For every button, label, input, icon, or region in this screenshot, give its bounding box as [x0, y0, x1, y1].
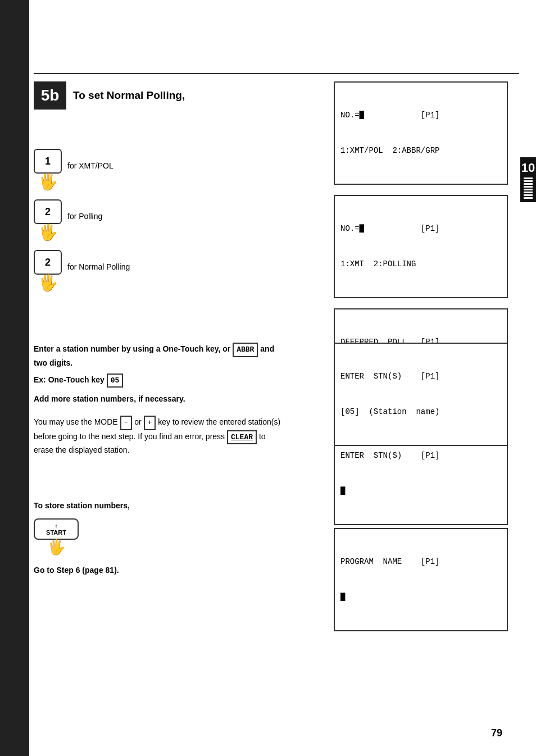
key1-button: 1	[34, 149, 62, 174]
store-block: To store station numbers, ↑ START 🖐 Go t…	[34, 500, 281, 576]
start-label: START	[46, 529, 66, 536]
lcd-d1-line1: NO.=█ [P1]	[340, 110, 501, 121]
top-rule	[34, 73, 519, 74]
lcd-d1-line2: 1:XMT/POL 2:ABBR/GRP	[340, 145, 501, 157]
lcd-d6-line2: █	[340, 591, 501, 603]
hand1-icon: 🖐	[38, 172, 58, 192]
store-label-text: To store station numbers,	[34, 500, 281, 512]
start-row: ↑ START 🖐	[34, 518, 281, 557]
mode-plus-key: +	[144, 416, 156, 430]
lcd-display-5: ENTER STN(S) [P1] [05] (Station name)	[334, 343, 508, 446]
key1-row: 1 🖐 for XMT/POL	[34, 149, 275, 192]
chapter-marker: 10	[520, 157, 536, 202]
abbr-key: ABBR	[233, 343, 258, 357]
chapter-number: 10	[521, 161, 535, 175]
start-button: ↑ START	[34, 518, 79, 540]
step-header: 5b To set Normal Polling,	[34, 81, 185, 110]
key2a-label: 2	[45, 206, 51, 218]
lcd-display-6: PROGRAM NAME [P1] █	[334, 528, 508, 631]
left-instructions: 1 🖐 for XMT/POL 2 🖐 for Polling	[34, 115, 275, 300]
chapter-line	[524, 183, 533, 185]
lcd-d4-line2: █	[340, 485, 501, 497]
lcd-display-1: NO.=█ [P1] 1:XMT/POL 2:ABBR/GRP	[334, 81, 508, 185]
start-arrow: ↑	[54, 522, 58, 529]
example-key: 05	[107, 374, 124, 388]
lcd-d6-line1: PROGRAM NAME [P1]	[340, 556, 501, 568]
enter-station-text: Enter a station number by using a One-To…	[34, 343, 275, 369]
content-area: 5b To set Normal Polling, NO.=█ [P1] 1:X…	[34, 0, 519, 756]
lcd-display-2: NO.=█ [P1] 1:XMT 2:POLLING	[334, 195, 508, 298]
lcd-d2-line2: 1:XMT 2:POLLING	[340, 258, 501, 270]
right-displays: NO.=█ [P1] 1:XMT/POL 2:ABBR/GRP NO.=█ [P…	[334, 81, 508, 525]
lcd-display-6-wrapper: PROGRAM NAME [P1] █	[334, 528, 508, 631]
store-label: To store station numbers,	[34, 501, 130, 510]
left-edge	[0, 0, 29, 756]
chapter-line	[524, 192, 533, 193]
lcd-d5-line1: ENTER STN(S) [P1]	[340, 371, 501, 382]
key2b-instruction: for Normal Polling	[67, 262, 130, 271]
page: 10 5b To set Normal Polling, NO.=█	[0, 0, 536, 756]
lcd-d5-line2: [05] (Station name)	[340, 406, 501, 418]
step-badge: 5b	[34, 81, 66, 110]
key2b-label: 2	[45, 257, 51, 268]
lcd-display-5-wrapper: ENTER STN(S) [P1] [05] (Station name)	[334, 343, 508, 446]
chapter-line	[524, 197, 533, 199]
add-more-text: Add more station numbers, if necessary.	[34, 393, 275, 405]
add-more-block: Add more station numbers, if necessary.	[34, 393, 275, 405]
example-text: Ex: One-Touch key 05	[34, 374, 275, 388]
mode-minus-key: −	[120, 416, 133, 430]
key2b-button: 2	[34, 250, 62, 275]
key2a-row: 2 🖐 for Polling	[34, 199, 275, 242]
chapter-line	[524, 186, 533, 188]
key1-label: 1	[45, 156, 51, 167]
step-title: To set Normal Polling,	[73, 89, 185, 102]
mode-note-text: You may use the MODE − or + key to revie…	[34, 416, 281, 456]
step-number: 5b	[41, 86, 60, 104]
chapter-line	[524, 180, 533, 182]
lcd-d4-line1: ENTER STN(S) [P1]	[340, 450, 501, 462]
key1-instruction: for XMT/POL	[67, 161, 113, 170]
lcd-d2-line1: NO.=█ [P1]	[340, 223, 501, 235]
enter-station-main: Enter a station number by using a One-To…	[34, 344, 274, 367]
mode-note-block: You may use the MODE − or + key to revie…	[34, 416, 281, 456]
key2a-button: 2	[34, 199, 62, 224]
chapter-line	[524, 189, 533, 190]
go-to-text: Go to Step 6 (page 81).	[34, 564, 281, 576]
clear-key: CLEAR	[227, 430, 257, 445]
page-number: 79	[491, 727, 502, 739]
chapter-line	[524, 177, 533, 179]
chapter-line	[524, 194, 533, 196]
go-to-label: Go to Step 6 (page 81).	[34, 566, 119, 575]
hand2b-icon: 🖐	[38, 274, 58, 293]
enter-station-block: Enter a station number by using a One-To…	[34, 343, 275, 388]
start-hand-icon: 🖐	[47, 539, 65, 557]
add-more-label: Add more station numbers, if necessary.	[34, 394, 185, 403]
key2a-instruction: for Polling	[67, 212, 102, 221]
chapter-lines	[524, 177, 533, 199]
hand2a-icon: 🖐	[38, 223, 58, 242]
key2b-row: 2 🖐 for Normal Polling	[34, 250, 275, 293]
example-label: Ex: One-Touch key 05	[34, 375, 123, 384]
